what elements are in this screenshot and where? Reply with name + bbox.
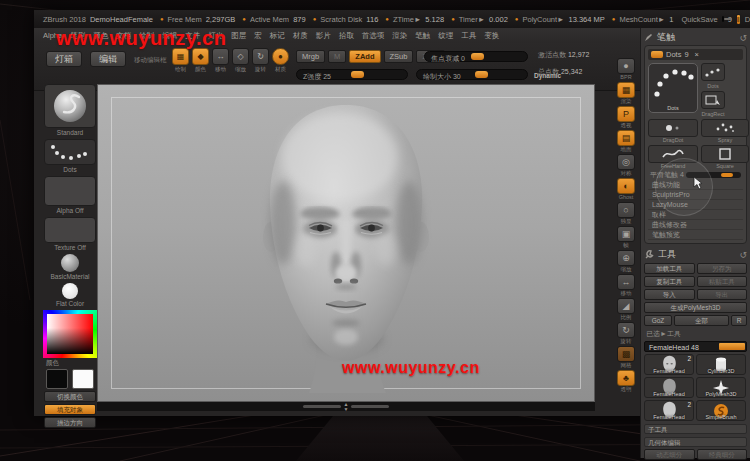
paste-tool-button[interactable]: 粘贴工具 xyxy=(697,276,748,287)
switch-color-button[interactable]: 切换颜色 xyxy=(44,391,96,402)
current-stroke-row[interactable]: Dots 9 × xyxy=(648,49,743,60)
zsub-toggle[interactable]: ZSub xyxy=(384,50,414,63)
current-brush-thumbnail[interactable] xyxy=(44,84,96,128)
stroke-dots-selected[interactable]: Dots xyxy=(648,63,698,113)
menu-preferences[interactable]: 首选项 xyxy=(362,31,385,41)
color-picker[interactable] xyxy=(43,310,97,358)
alpha-slot[interactable] xyxy=(44,176,96,206)
color-mode-tile[interactable]: ◆颜色 xyxy=(192,48,209,72)
rotate-mode-tile[interactable]: ↻旋转 xyxy=(252,48,269,72)
geometry-section-header[interactable]: 几何体编辑 xyxy=(644,437,747,447)
current-stroke-thumbnail[interactable] xyxy=(44,139,96,165)
stroke-row-modifiers[interactable]: 曲线修改器 xyxy=(648,220,743,230)
divider-bar[interactable] xyxy=(303,405,341,408)
play-pause-button[interactable]: ‖ xyxy=(736,14,741,25)
menu-transform[interactable]: 变换 xyxy=(484,31,499,41)
stroke-row-preview[interactable]: 笔触预览 xyxy=(648,230,743,240)
menu-stroke[interactable]: 笔触 xyxy=(415,31,430,41)
tool-panel-history-icon[interactable]: ↺ xyxy=(739,250,747,260)
goz-button[interactable]: GoZ xyxy=(644,315,672,326)
close-popup-icon[interactable]: × xyxy=(695,50,699,59)
material-tile[interactable]: ●材质 xyxy=(272,48,289,72)
document-canvas[interactable] xyxy=(97,84,595,402)
material-icon[interactable]: ● xyxy=(272,48,289,65)
quicksave-button[interactable]: QuickSave xyxy=(681,15,717,24)
focal-shift-slider[interactable]: 焦点衰减 0 xyxy=(424,51,528,62)
menu-movie[interactable]: 影片 xyxy=(316,31,331,41)
copy-tool-button[interactable]: 复制工具 xyxy=(644,276,695,287)
floor-grid-button[interactable]: ▤ xyxy=(617,130,635,146)
menu-tool[interactable]: 工具 xyxy=(461,31,476,41)
z-intensity-slider[interactable]: Z强度 25 xyxy=(296,69,408,80)
render-mode-button[interactable]: ▦ xyxy=(617,82,635,98)
scale-mode-tile[interactable]: ◇缩放 xyxy=(232,48,249,72)
material-slot[interactable] xyxy=(61,254,79,272)
main-color-swatch[interactable] xyxy=(46,369,68,389)
tool-femalehead-3[interactable]: 2 FemaleHead xyxy=(644,400,694,421)
flat-color-slot[interactable] xyxy=(62,283,78,299)
goz-all-button[interactable]: 全部 xyxy=(674,315,729,326)
active-tool-slider[interactable]: FemaleHead 48 xyxy=(644,341,747,352)
secondary-color-swatch[interactable] xyxy=(72,369,94,389)
menu-macro[interactable]: 宏 xyxy=(254,31,262,41)
draw-size-thumb[interactable] xyxy=(475,71,488,78)
zadd-toggle[interactable]: ZAdd xyxy=(349,50,380,63)
sculpted-head-model[interactable] xyxy=(246,97,446,397)
tool-panel-header[interactable]: 工具 ↺ xyxy=(644,248,747,261)
tool-simplebrush[interactable]: SimpleBrush xyxy=(696,400,746,421)
draw-size-slider[interactable]: 绘制大小 30 xyxy=(416,69,528,80)
stroke-dragdot[interactable] xyxy=(648,119,698,137)
rotate-canvas-button[interactable]: ↻ xyxy=(617,322,635,338)
menu-picker[interactable]: 拾取 xyxy=(339,31,354,41)
tool-polymesh3d[interactable]: PolyMesh3D xyxy=(696,377,746,398)
menu-material[interactable]: 材质 xyxy=(293,31,308,41)
tool-cylinder3d[interactable]: Cylinder3D xyxy=(696,354,746,375)
lightbox-button[interactable]: 灯箱 xyxy=(46,51,82,67)
divider-down-icon[interactable]: ▼ xyxy=(344,407,349,412)
menu-layer[interactable]: 图层 xyxy=(231,31,246,41)
stroke-dragrect[interactable] xyxy=(701,91,725,109)
stroke-panel-header[interactable]: 笔触 ↺ xyxy=(644,31,747,44)
export-button[interactable]: 导出 xyxy=(697,289,748,300)
perspective-button[interactable]: P xyxy=(617,106,635,122)
menu-texture[interactable]: 纹理 xyxy=(438,31,453,41)
color-picker-square[interactable] xyxy=(47,314,93,354)
draw-mode-tile[interactable]: ▦绘制 xyxy=(172,48,189,72)
fill-object-button[interactable]: 填充对象 xyxy=(44,404,96,415)
save-as-button[interactable]: 另存为 xyxy=(697,263,748,274)
grid-frame-button[interactable]: ▩ xyxy=(617,346,635,362)
divider-toggle[interactable]: ▲ ▼ xyxy=(344,402,349,412)
scale-canvas-button[interactable]: ◢ xyxy=(617,298,635,314)
divider-bar[interactable] xyxy=(351,405,389,408)
focal-shift-thumb[interactable] xyxy=(471,53,484,60)
stroke-direction-button[interactable]: 描边方向 xyxy=(44,417,96,428)
load-tool-button[interactable]: 加载工具 xyxy=(644,263,695,274)
bpr-render-button[interactable]: ● xyxy=(617,58,635,74)
local-symmetry-button[interactable]: ◎ xyxy=(617,154,635,170)
edit-button[interactable]: 编辑 xyxy=(90,51,126,67)
goz-r-button[interactable]: R xyxy=(731,315,747,326)
panel-settings-icon[interactable]: ↺ xyxy=(739,33,747,43)
mrgb-toggle[interactable]: Mrgb xyxy=(296,50,325,63)
tool-femalehead-1[interactable]: 2 FemaleHead xyxy=(644,354,694,375)
stroke-spray[interactable] xyxy=(701,119,749,137)
m-toggle[interactable]: M xyxy=(328,50,346,63)
dynamic-subdiv-button[interactable]: 动态细分 xyxy=(644,449,695,460)
ghost-transparency-button[interactable]: ◐ xyxy=(617,178,635,194)
zoom-canvas-button[interactable]: ⊕ xyxy=(617,250,635,266)
rotate-mode-icon[interactable]: ↻ xyxy=(252,48,269,65)
classic-subdiv-button[interactable]: 经典细分 xyxy=(697,449,748,460)
import-button[interactable]: 导入 xyxy=(644,289,695,300)
tool-femalehead-2[interactable]: FemaleHead xyxy=(644,377,694,398)
subtool-section-header[interactable]: 子工具 xyxy=(644,424,747,434)
solo-button[interactable]: ○ xyxy=(617,202,635,218)
stroke-square[interactable] xyxy=(701,145,749,163)
scale-mode-icon[interactable]: ◇ xyxy=(232,48,249,65)
texture-slot[interactable] xyxy=(44,217,96,243)
menu-render[interactable]: 渲染 xyxy=(392,31,407,41)
make-polymesh3d-button[interactable]: 生成PolyMesh3D xyxy=(644,302,747,313)
transparent-button[interactable]: ♣ xyxy=(617,370,635,386)
draw-mode-icon[interactable]: ▦ xyxy=(172,48,189,65)
menu-marker[interactable]: 标记 xyxy=(270,31,285,41)
stroke-dots-small[interactable] xyxy=(701,63,725,81)
